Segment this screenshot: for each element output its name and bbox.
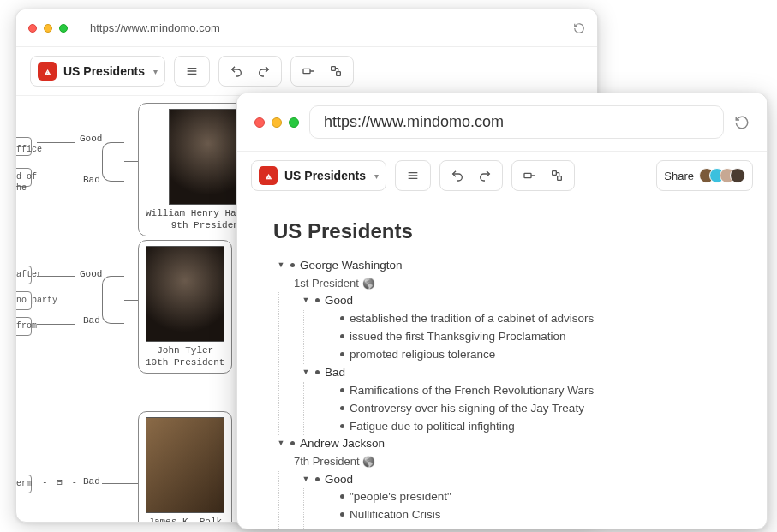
svg-rect-11: [524, 173, 531, 177]
portrait-image: [146, 417, 224, 513]
redo-button[interactable]: [475, 167, 495, 184]
president-order: 10th President: [146, 357, 224, 369]
menu-button[interactable]: [395, 160, 431, 191]
outline-item[interactable]: promoted religious tolerance: [323, 346, 741, 364]
chevron-down-icon: ▾: [374, 171, 379, 181]
text-fragment: after: [16, 269, 42, 280]
redo-button[interactable]: [254, 63, 274, 80]
view-mode-b-button[interactable]: [326, 63, 346, 80]
app-toolbar-back: ⟁ US Presidents ▾: [16, 47, 597, 96]
outline-item-text: Fatigue due to political infighting: [350, 418, 515, 436]
window-controls: [254, 117, 299, 128]
hamburger-icon: [182, 63, 202, 80]
bullet-icon: [340, 424, 344, 428]
president-name: James K. Polk: [146, 517, 224, 523]
maximize-icon[interactable]: [289, 117, 299, 128]
doc-selector[interactable]: ⟁ US Presidents ▾: [251, 160, 386, 191]
section-label: Bad: [325, 364, 345, 382]
outline-item[interactable]: established the tradition of a cabinet o…: [323, 310, 741, 328]
text-fragment: d ofhe: [16, 171, 37, 194]
history-controls: [439, 160, 503, 191]
outline-item[interactable]: issued the first Thanksgiving Proclamati…: [323, 328, 741, 346]
globe-icon: 🌎: [362, 456, 375, 468]
branch-label-good: Good: [80, 134, 102, 144]
minimize-icon[interactable]: [44, 24, 52, 33]
outline-president[interactable]: ▼George Washington1st President 🌎▼Good e…: [273, 257, 741, 435]
portrait-image: [146, 246, 224, 342]
maximize-icon[interactable]: [59, 24, 68, 33]
collapse-toggle-icon[interactable]: ▼: [302, 474, 310, 486]
section-label: Good: [325, 471, 353, 489]
close-icon[interactable]: [254, 117, 265, 128]
menu-button[interactable]: [174, 56, 210, 87]
text-fragment: erm: [16, 478, 32, 489]
share-button[interactable]: Share: [656, 160, 753, 191]
connector: [37, 182, 75, 182]
outline-item[interactable]: expanded the spoils system: [323, 524, 741, 529]
connector: [102, 483, 138, 484]
bullet-icon: [315, 477, 320, 481]
president-card[interactable]: James K. Polk 11th President: [138, 411, 232, 523]
outline-view[interactable]: US Presidents ▼George Washington1st Pres…: [237, 200, 767, 529]
section-label: Good: [325, 292, 353, 310]
window-controls: [28, 24, 68, 33]
outline-item[interactable]: Fatigue due to political infighting: [323, 418, 741, 436]
bullet-icon: [340, 494, 344, 499]
titlebar-back: https://www.mindomo.com: [16, 9, 597, 47]
outline-section-bad[interactable]: ▼Bad Ramifications of the French Revolut…: [298, 364, 741, 436]
outline-item-text: promoted religious tolerance: [350, 346, 495, 364]
branch-label-bad: Bad: [83, 175, 100, 185]
svg-rect-12: [553, 171, 557, 176]
view-mode-a-button[interactable]: [519, 167, 540, 184]
outline-item[interactable]: Controversy over his signing of the Jay …: [323, 400, 741, 418]
view-mode-a-button[interactable]: [298, 63, 319, 80]
globe-icon: 🌎: [362, 278, 375, 290]
close-icon[interactable]: [28, 24, 37, 33]
outline-item[interactable]: "people's president": [323, 488, 741, 506]
branch-label-good: Good: [80, 269, 102, 279]
outline-president[interactable]: ▼Andrew Jackson7th President 🌎▼Good "peo…: [273, 435, 741, 529]
bullet-icon: [340, 316, 344, 320]
view-controls: [511, 160, 575, 191]
address-bar[interactable]: https://www.mindomo.com: [78, 16, 563, 39]
president-card[interactable]: John Tyler 10th President: [138, 240, 232, 374]
collaborator-avatars: [699, 168, 745, 183]
connector: [37, 142, 75, 143]
address-bar[interactable]: https://www.mindomo.com: [309, 105, 724, 139]
hamburger-icon: [403, 167, 423, 184]
browser-window-front: https://www.mindomo.com ⟁ US Presidents …: [236, 93, 768, 529]
text-fragment: from: [16, 320, 37, 332]
connector: [102, 276, 124, 324]
minimize-icon[interactable]: [272, 117, 282, 128]
outline-item[interactable]: Ramifications of the French Revolutionar…: [323, 382, 741, 400]
text-fragment: ffice: [16, 144, 42, 155]
collapse-toggle-icon[interactable]: ▼: [277, 438, 285, 450]
collapse-toggle-icon[interactable]: ▼: [302, 367, 310, 379]
connector: [37, 324, 75, 325]
page-title: US Presidents: [273, 219, 741, 243]
view-controls: [290, 56, 354, 87]
bullet-icon: [315, 370, 320, 374]
outline-item-text: established the tradition of a cabinet o…: [350, 310, 594, 328]
undo-button[interactable]: [226, 63, 247, 80]
text-fragment: no party: [16, 295, 57, 306]
undo-button[interactable]: [447, 167, 468, 184]
outline-item-text: issued the first Thanksgiving Proclamati…: [350, 328, 566, 346]
refresh-icon[interactable]: [573, 22, 585, 34]
collapse-toggle-icon[interactable]: ▼: [302, 295, 310, 307]
outline-section-good[interactable]: ▼Good "people's president" Nullification…: [298, 471, 741, 530]
chevron-down-icon: ▾: [153, 67, 158, 76]
outline-item[interactable]: Nullification Crisis: [323, 506, 741, 524]
refresh-icon[interactable]: [734, 115, 750, 130]
president-subtitle: 7th President 🌎: [277, 453, 741, 470]
president-name: Andrew Jackson: [300, 435, 385, 453]
outline-section-good[interactable]: ▼Good established the tradition of a cab…: [298, 292, 741, 364]
collapse-toggle-icon[interactable]: ▼: [277, 260, 285, 272]
collapse-marker[interactable]: - ⊟ -: [42, 476, 79, 487]
avatar: [730, 168, 745, 183]
outline-item-text: Nullification Crisis: [350, 506, 441, 524]
view-mode-b-button[interactable]: [547, 167, 567, 184]
doc-selector[interactable]: ⟁ US Presidents ▾: [30, 56, 165, 87]
outline-item-text: Ramifications of the French Revolutionar…: [350, 382, 594, 400]
app-logo-icon: ⟁: [259, 166, 278, 185]
